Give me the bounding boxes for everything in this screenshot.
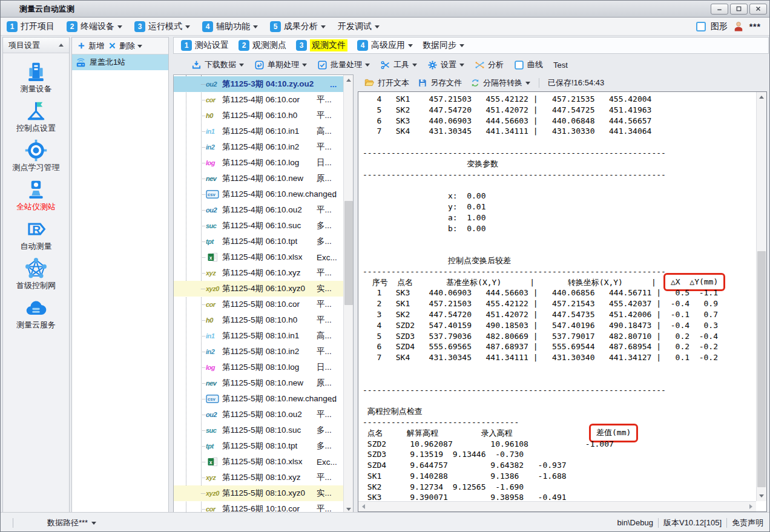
sidebar-item-5[interactable]: 首级控制网	[16, 257, 56, 291]
menu-item-3[interactable]: 4辅助功能	[202, 21, 258, 32]
save-icon	[418, 78, 427, 88]
scroll-left-button[interactable]	[358, 502, 368, 511]
file-type: 平...	[317, 346, 332, 357]
tree-scrollbar-thumb[interactable]	[344, 201, 353, 305]
toolbar-批量处理-button[interactable]: 批量处理	[317, 59, 370, 70]
tree-scrollbar[interactable]	[343, 75, 353, 514]
menu-item-4[interactable]: 5成果分析	[270, 21, 326, 32]
station-row-0[interactable]: 屋盖北1站	[72, 54, 168, 70]
scroll-right-button[interactable]	[746, 502, 756, 511]
toolbar-工具-button[interactable]: 工具	[380, 59, 417, 70]
tree-row-3[interactable]: in1第1125-4期 06:10.in1高...	[174, 123, 343, 139]
tree-row-4[interactable]: in2第1125-4期 06:10.in2平...	[174, 139, 343, 155]
toolbar-设置-button[interactable]: 设置	[427, 59, 464, 70]
scroll-down-button[interactable]	[757, 491, 766, 501]
user-icon[interactable]	[732, 21, 745, 33]
sidebar-item-6[interactable]: 测量云服务	[16, 297, 56, 330]
menu-number-badge: 5	[270, 21, 281, 32]
tab-2[interactable]: 3观测文件	[296, 39, 347, 51]
close-button[interactable]	[749, 4, 767, 15]
tree-branch	[201, 336, 205, 337]
tree-row-25[interactable]: xyz第1125-5期 08:10.xyz平...	[174, 470, 343, 485]
tree-row-13[interactable]: xyz0第1125-4期 06:10.xyz0实...	[174, 281, 343, 297]
document-text[interactable]: 4 SK1 457.21503 455.42122 | 457.21535 45…	[358, 92, 756, 501]
tree-row-20[interactable]: csv第1125-5期 08:10.new.changed...	[174, 391, 343, 407]
delimiter-convert-button[interactable]: 分隔符转换	[470, 77, 530, 88]
close-icon	[754, 5, 762, 13]
sidebar-item-label: 自动测量	[21, 241, 52, 252]
save-as-button[interactable]: 另存文件	[418, 77, 462, 88]
document-line-11: a: 1.00	[363, 212, 756, 223]
sidebar-item-4[interactable]: R自动测量	[21, 218, 52, 252]
tab-3[interactable]: 4高级应用	[357, 40, 413, 51]
toolbar-下载数据-button[interactable]: 下载数据	[191, 59, 244, 70]
tree-row-15[interactable]: h0第1125-5期 08:10.h0平...	[174, 312, 343, 328]
tree-row-12[interactable]: xyz第1125-4期 06:10.xyz平...	[174, 265, 343, 281]
file-ext-badge: in1	[206, 128, 220, 135]
maximize-button[interactable]	[730, 4, 748, 15]
status-item-2[interactable]: 免责声明	[732, 517, 763, 528]
doc-hscrollbar[interactable]	[358, 501, 756, 511]
tree-row-2[interactable]: h0第1125-4期 06:10.h0平...	[174, 108, 343, 123]
sidebar-item-1[interactable]: 控制点设置	[16, 100, 56, 134]
tree-row-17[interactable]: in2第1125-5期 08:10.in2平...	[174, 344, 343, 360]
tree-row-14[interactable]: cor第1125-5期 08:10.cor平...	[174, 297, 343, 312]
sidebar-item-0[interactable]: 测量设备	[21, 61, 52, 94]
tree-row-5[interactable]: log第1125-4期 06:10.log日...	[174, 155, 343, 171]
project-panel-header[interactable]: 项目设置	[3, 38, 69, 53]
tab-4[interactable]: 数据同步	[423, 40, 464, 51]
tree-row-22[interactable]: suc第1125-5期 08:10.suc多...	[174, 422, 343, 438]
tree-row-11[interactable]: x第1125-4期 06:10.xlsxExc...	[174, 249, 343, 265]
minimize-button[interactable]	[711, 4, 728, 15]
menu-item-5[interactable]: 开发调试	[338, 21, 380, 32]
file-name: 第1125-5期 08:10.xlsx	[222, 456, 303, 467]
file-name: 第1125-5期 08:10.tpt	[222, 441, 297, 452]
menu-item-0[interactable]: 1打开项目	[7, 21, 54, 32]
scroll-up-button[interactable]	[757, 92, 766, 102]
tree-row-7[interactable]: csv第1125-4期 06:10.new.changed...	[174, 186, 343, 202]
tree-row-8[interactable]: ou2第1125-4期 06:10.ou2平...	[174, 202, 343, 218]
tree-branch	[201, 147, 205, 148]
tree-row-6[interactable]: nev第1125-4期 06:10.new原...	[174, 171, 343, 186]
graph-checkbox[interactable]	[696, 22, 706, 31]
add-button[interactable]: 新增	[77, 41, 104, 51]
open-text-button[interactable]: 打开文本	[364, 77, 409, 88]
toolbar-分析-button[interactable]: 分析	[475, 59, 504, 70]
document-line-10: y: 0.01	[363, 202, 756, 212]
tree-row-0[interactable]: ou2第1125-3期 04:10.zy.ou2...	[174, 76, 343, 92]
doc-vscrollbar-thumb[interactable]	[757, 251, 766, 487]
tree-row-19[interactable]: nev第1125-5期 08:10.new原...	[174, 375, 343, 391]
tree-row-26[interactable]: xyz0第1125-5期 08:10.xyz0实...	[174, 485, 343, 501]
device-icon	[25, 61, 47, 83]
toolbar-曲线-button[interactable]: 曲线	[514, 59, 543, 70]
document-line-text: 点名 解算高程 录入高程	[363, 429, 512, 438]
tree-row-24[interactable]: x第1125-5期 08:10.xlsxExc...	[174, 454, 343, 470]
toolbar-button-label: 曲线	[527, 59, 543, 70]
menu-item-2[interactable]: 3运行模式	[134, 21, 190, 32]
tree-row-23[interactable]: tpt第1125-5期 08:10.tpt多...	[174, 438, 343, 454]
tree-row-18[interactable]: log第1125-5期 08:10.log日...	[174, 360, 343, 375]
file-tree: ou2第1125-3期 04:10.zy.ou2...cor第1125-4期 0…	[174, 75, 343, 514]
tab-0[interactable]: 1测站设置	[181, 40, 229, 51]
tree-row-21[interactable]: ou2第1125-5期 08:10.ou2平...	[174, 407, 343, 422]
sidebar-item-2[interactable]: 测点学习管理	[13, 139, 60, 173]
data-path-button[interactable]: 数据路径***	[47, 517, 96, 528]
tab-1[interactable]: 2观测测点	[239, 40, 286, 51]
tree-row-16[interactable]: in1第1125-5期 08:10.in1高...	[174, 328, 343, 344]
sidebar-item-3[interactable]: 全站仪测站	[16, 179, 56, 212]
chevron-down-icon	[408, 44, 413, 50]
status-bar: 数据路径*** bin\Debug版本V10.12[105]免责声明	[1, 512, 770, 532]
file-ext-badge: nev	[206, 175, 220, 182]
toolbar-Test-button[interactable]: Test	[553, 61, 568, 70]
menu-number-badge: 3	[134, 21, 145, 32]
tree-row-10[interactable]: tpt第1125-4期 06:10.tpt多...	[174, 234, 343, 249]
toolbar-单期处理-button[interactable]: 单期处理	[254, 59, 307, 70]
auto-r-icon: R	[25, 218, 47, 240]
delete-button[interactable]: 删除	[108, 41, 142, 51]
menu-item-1[interactable]: 2终端设备	[67, 21, 122, 32]
doc-vscrollbar[interactable]	[756, 92, 766, 501]
scroll-up-button[interactable]	[344, 75, 354, 85]
tree-row-9[interactable]: suc第1125-4期 06:10.suc多...	[174, 218, 343, 234]
document-line-27: ----------------------------------------…	[363, 385, 756, 396]
tree-row-1[interactable]: cor第1125-4期 06:10.cor平...	[174, 92, 343, 108]
